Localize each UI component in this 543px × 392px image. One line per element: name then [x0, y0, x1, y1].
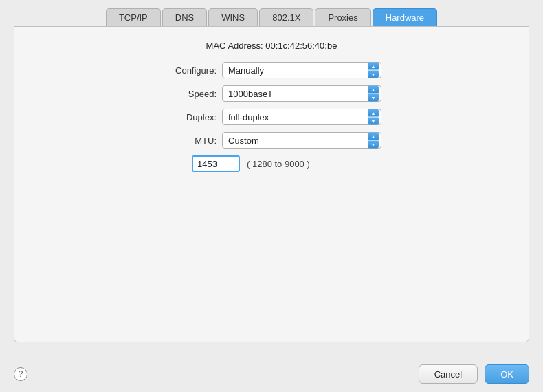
- configure-select-wrapper: Manually ▲ ▼: [222, 62, 381, 78]
- mtu-select-wrapper: Custom ▲ ▼: [222, 132, 381, 149]
- mtu-row: MTU: Custom ▲ ▼: [162, 132, 381, 149]
- tab-proxies[interactable]: Proxies: [315, 8, 370, 26]
- cancel-button[interactable]: Cancel: [419, 364, 478, 384]
- tab-dns[interactable]: DNS: [162, 8, 207, 26]
- tab-hardware[interactable]: Hardware: [373, 8, 437, 26]
- tab-bar: TCP/IP DNS WINS 802.1X Proxies Hardware: [0, 0, 543, 26]
- tab-wins[interactable]: WINS: [208, 8, 258, 26]
- mtu-value-input[interactable]: [192, 155, 240, 172]
- mtu-label: MTU:: [162, 135, 217, 146]
- mac-address-row: MAC Address: 00:1c:42:56:40:be: [35, 41, 508, 51]
- mtu-select[interactable]: Custom: [222, 132, 381, 149]
- bottom-bar: ? Cancel OK: [0, 356, 543, 392]
- configure-row: Configure: Manually ▲ ▼: [162, 62, 381, 78]
- configure-select[interactable]: Manually: [222, 62, 381, 78]
- duplex-label: Duplex:: [162, 112, 217, 122]
- duplex-row: Duplex: full-duplex ▲ ▼: [162, 109, 381, 125]
- mtu-hint: ( 1280 to 9000 ): [247, 159, 310, 169]
- duplex-select[interactable]: full-duplex: [222, 109, 381, 125]
- mac-address-label: MAC Address:: [206, 41, 263, 51]
- tab-8021x[interactable]: 802.1X: [259, 8, 313, 26]
- speed-select-wrapper: 1000baseT ▲ ▼: [222, 85, 381, 102]
- speed-label: Speed:: [162, 89, 217, 99]
- configure-label: Configure:: [162, 65, 217, 76]
- mac-address-value: 00:1c:42:56:40:be: [265, 41, 337, 51]
- form-section: Configure: Manually ▲ ▼ Speed: 1000baseT…: [35, 62, 508, 172]
- tab-tcpip[interactable]: TCP/IP: [106, 8, 161, 26]
- duplex-select-wrapper: full-duplex ▲ ▼: [222, 109, 381, 125]
- content-area: MAC Address: 00:1c:42:56:40:be Configure…: [14, 26, 529, 342]
- speed-row: Speed: 1000baseT ▲ ▼: [162, 85, 381, 102]
- bottom-buttons: Cancel OK: [419, 364, 529, 384]
- mtu-input-row: ( 1280 to 9000 ): [192, 155, 412, 172]
- ok-button[interactable]: OK: [485, 364, 529, 384]
- speed-select[interactable]: 1000baseT: [222, 85, 381, 102]
- help-button[interactable]: ?: [14, 367, 27, 381]
